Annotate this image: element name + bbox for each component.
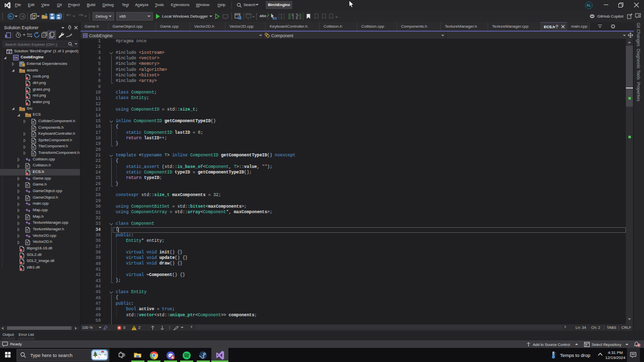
svg-text:h: h [27, 197, 29, 200]
svg-text:h: h [27, 241, 29, 245]
svg-text:h: h [27, 165, 29, 168]
svg-text:h: h [33, 133, 35, 137]
svg-text:h: h [27, 184, 29, 188]
svg-text:h: h [33, 139, 35, 143]
svg-text:h: h [27, 228, 29, 232]
svg-text:h: h [33, 127, 35, 130]
svg-text:h: h [27, 216, 29, 219]
svg-text:h: h [33, 146, 35, 149]
svg-text:h: h [33, 120, 35, 124]
svg-text:h: h [33, 152, 35, 155]
